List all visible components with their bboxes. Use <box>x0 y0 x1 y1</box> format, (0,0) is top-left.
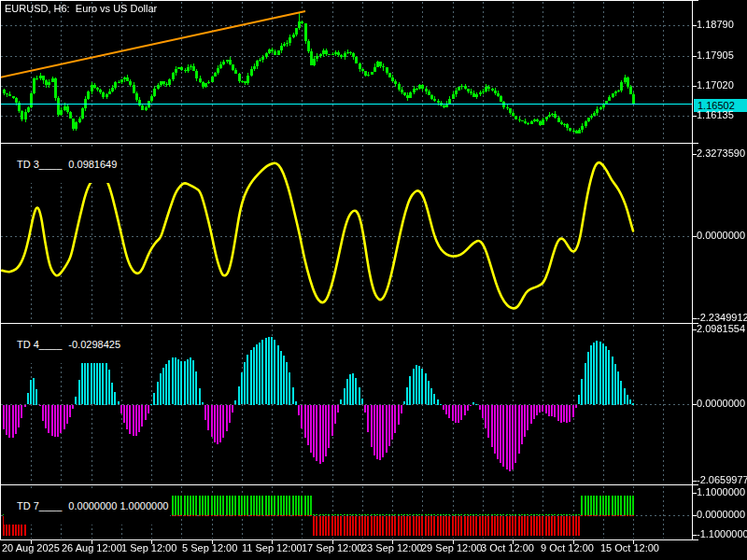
time-axis-label: 17 Sep 12:00 <box>302 542 362 554</box>
price-scale-label: 1.18790 <box>697 19 734 31</box>
td7-indicator-label: TD 7____0.0000000 1.0000000 <box>4 488 170 525</box>
td7-indicator-value: 0.0000000 1.0000000 <box>68 500 168 511</box>
time-axis-label: 5 Sep 12:00 <box>182 542 237 554</box>
chart-window: EURUSD, H6: Euro vs US Dollar TD 3____0.… <box>0 0 747 560</box>
time-axis-label: 26 Aug 12:00 <box>62 542 122 554</box>
td4-scale-label: -2.0659977 <box>697 474 747 486</box>
td4-scale-label: 2.0981554 <box>697 323 745 335</box>
time-axis-label: 23 Sep 12:00 <box>361 542 422 554</box>
time-axis-label: 29 Sep 12:00 <box>421 542 482 554</box>
td7-scale-label: -1.1000000 <box>697 528 747 540</box>
td7-scale-label: 0.0000000 <box>697 509 745 521</box>
td3-scale-label: 2.3273590 <box>697 147 745 160</box>
td4-scale-label: 0.0000000 <box>697 398 745 410</box>
price-scale-label: 1.16135 <box>697 109 734 121</box>
td4-indicator-name: TD 4____ <box>17 339 62 350</box>
td4-indicator-label: TD 4____-0.0298425 <box>4 327 122 363</box>
td7-scale-label: 1.1000000 <box>697 486 745 498</box>
time-axis-label: 15 Oct 12:00 <box>600 542 659 554</box>
td3-indicator-name: TD 3____ <box>17 159 62 170</box>
time-axis-label: 20 Aug 2025 <box>2 542 60 554</box>
td3-indicator-label: TD 3____0.0981649 <box>4 147 119 183</box>
time-axis-label: 3 Oct 12:00 <box>481 542 534 554</box>
chart-title: EURUSD, H6: Euro vs US Dollar <box>5 3 157 15</box>
td3-indicator-value: 0.0981649 <box>68 159 117 170</box>
td4-indicator-value: -0.0298425 <box>68 339 120 350</box>
time-axis-label: 11 Sep 12:00 <box>242 542 303 554</box>
price-scale-label: 1.17905 <box>697 49 734 62</box>
td3-scale-label: 0.0000000 <box>697 230 745 242</box>
price-scale-label: 1.17020 <box>697 79 734 91</box>
time-axis-label: 9 Oct 12:00 <box>541 542 594 554</box>
chart-canvas[interactable] <box>0 0 747 560</box>
td7-indicator-name: TD 7____ <box>17 500 62 511</box>
time-axis-label: 1 Sep 12:00 <box>121 542 176 554</box>
